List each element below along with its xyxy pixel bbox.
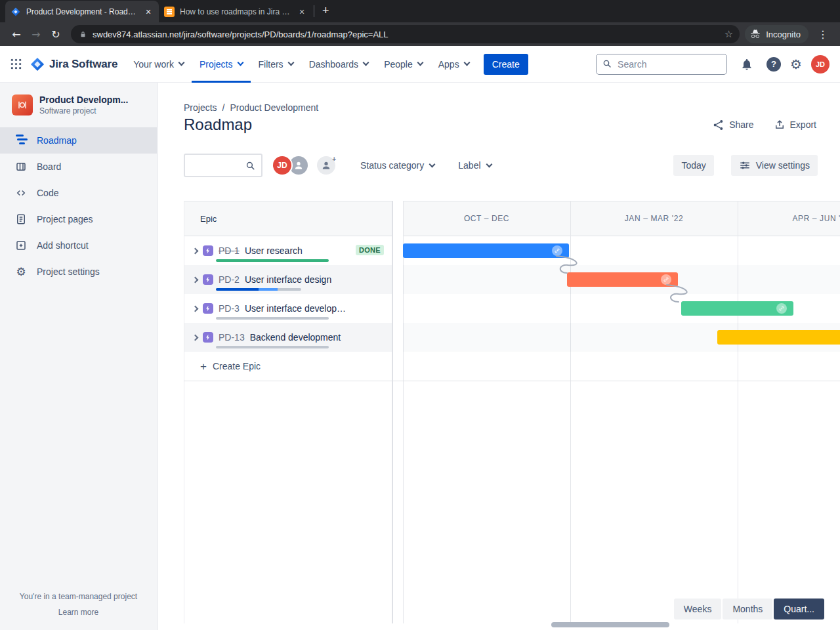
nav-item-dashboards[interactable]: Dashboards xyxy=(301,46,377,83)
create-button[interactable]: Create xyxy=(484,54,528,75)
browser-tab-2[interactable]: How to use roadmaps in Jira Software × xyxy=(159,1,312,22)
close-icon[interactable]: × xyxy=(297,7,307,17)
roadmap-icon xyxy=(14,134,28,147)
sidebar-item-code[interactable]: Code xyxy=(0,180,157,206)
incognito-badge: Incognito xyxy=(745,25,808,43)
forward-button[interactable]: → xyxy=(26,24,46,44)
plus-icon: + xyxy=(200,361,207,372)
app-switcher-icon[interactable] xyxy=(5,54,26,75)
nav-item-your-work[interactable]: Your work xyxy=(125,46,192,83)
epic-name[interactable]: Backend development xyxy=(250,332,374,343)
link-icon[interactable] xyxy=(776,303,787,314)
chevron-down-icon xyxy=(486,161,492,167)
horizontal-scrollbar[interactable] xyxy=(551,622,669,627)
nav-item-people[interactable]: People xyxy=(376,46,430,83)
sidebar-item-roadmap[interactable]: Roadmap xyxy=(0,127,157,154)
epic-bar-pd-3[interactable] xyxy=(681,301,793,316)
sidebar-item-project-settings[interactable]: ⚙ Project settings xyxy=(0,259,157,285)
nav-item-filters[interactable]: Filters xyxy=(251,46,301,83)
epic-key[interactable]: PD-1 xyxy=(219,245,240,256)
project-type: Software project xyxy=(39,106,128,116)
epic-bar-pd-13[interactable] xyxy=(717,330,840,345)
epic-type-icon xyxy=(203,245,213,256)
learn-more-link[interactable]: Learn more xyxy=(0,608,157,617)
label-dropdown[interactable]: Label xyxy=(458,160,491,171)
roadmap-gantt: Epic PD-1 User research DONE PD-2 User i… xyxy=(184,201,840,623)
sidebar-item-project-pages[interactable]: Project pages xyxy=(0,206,157,232)
expand-chevron-icon[interactable] xyxy=(192,276,199,283)
breadcrumb: Projects / Product Development xyxy=(184,102,318,113)
incognito-icon xyxy=(750,29,761,39)
roadmap-toolbar: JD + Status category Label Today View se… xyxy=(184,154,818,177)
add-people-avatar[interactable]: + xyxy=(316,155,337,176)
zoom-controls: Weeks Months Quart... xyxy=(674,598,824,620)
epic-key[interactable]: PD-2 xyxy=(219,274,240,285)
project-header: Product Developm... Software project xyxy=(0,83,157,125)
share-button[interactable]: Share xyxy=(712,119,753,131)
expand-chevron-icon[interactable] xyxy=(192,247,199,254)
link-icon[interactable] xyxy=(661,274,671,285)
today-button[interactable]: Today xyxy=(673,155,713,176)
export-button[interactable]: Export xyxy=(774,119,816,131)
epic-name[interactable]: User research xyxy=(245,245,335,256)
breadcrumb-projects[interactable]: Projects xyxy=(184,102,217,113)
epic-row-pd-1[interactable]: PD-1 User research DONE xyxy=(184,236,392,265)
team-managed-note: You're in a team-managed project xyxy=(0,592,157,601)
user-avatar[interactable]: JD xyxy=(811,55,830,74)
create-epic-button[interactable]: + Create Epic xyxy=(184,352,392,381)
reload-button[interactable]: ↻ xyxy=(46,24,66,44)
browser-tab-active[interactable]: Product Development - Roadmap × xyxy=(5,1,159,22)
epic-bar-pd-2[interactable] xyxy=(567,272,678,287)
doc-favicon-icon xyxy=(164,7,175,17)
new-tab-button[interactable]: + xyxy=(322,4,329,18)
epic-row-pd-2[interactable]: PD-2 User interface design xyxy=(184,265,392,294)
sidebar-item-add-shortcut[interactable]: Add shortcut xyxy=(0,232,157,259)
chevron-down-icon xyxy=(363,60,369,66)
bookmark-star-icon[interactable]: ☆ xyxy=(721,28,737,40)
sidebar-item-board[interactable]: Board xyxy=(0,154,157,180)
tab-title: Product Development - Roadmap xyxy=(26,7,138,16)
epic-name[interactable]: User interface design xyxy=(245,274,364,285)
browser-tab-strip: Product Development - Roadmap × How to u… xyxy=(0,0,840,22)
jira-top-nav: Jira Software Your work Projects Filters… xyxy=(0,46,840,83)
status-category-dropdown[interactable]: Status category xyxy=(360,160,434,171)
view-settings-icon xyxy=(739,159,751,171)
back-button[interactable]: ← xyxy=(7,24,26,44)
global-search-input[interactable] xyxy=(596,54,727,75)
nav-item-apps[interactable]: Apps xyxy=(430,46,477,83)
nav-item-projects[interactable]: Projects xyxy=(192,46,251,83)
epic-row-pd-13[interactable]: PD-13 Backend development xyxy=(184,323,392,352)
jira-logo[interactable]: Jira Software xyxy=(26,57,125,72)
zoom-weeks-button[interactable]: Weeks xyxy=(674,598,722,620)
help-icon[interactable]: ? xyxy=(766,57,781,72)
address-bar[interactable]: swdev874.atlassian.net/jira/software/pro… xyxy=(71,25,740,43)
epic-name[interactable]: User interface development xyxy=(245,303,384,314)
epic-panel: Epic PD-1 User research DONE PD-2 User i… xyxy=(184,201,393,623)
browser-menu-icon[interactable]: ⋮ xyxy=(812,28,833,41)
epic-progress-bar xyxy=(216,346,329,348)
add-shortcut-icon xyxy=(14,239,28,252)
epic-key[interactable]: PD-3 xyxy=(219,303,240,314)
epic-key[interactable]: PD-13 xyxy=(219,332,245,343)
zoom-months-button[interactable]: Months xyxy=(723,598,772,620)
epic-column-header: Epic xyxy=(184,201,392,236)
chevron-down-icon xyxy=(417,60,423,66)
breadcrumb-current[interactable]: Product Development xyxy=(230,102,318,113)
expand-chevron-icon[interactable] xyxy=(192,305,199,312)
zoom-quarters-button[interactable]: Quart... xyxy=(774,598,824,620)
notifications-bell-icon[interactable] xyxy=(736,54,757,75)
view-settings-button[interactable]: View settings xyxy=(731,155,818,176)
avatar-jd[interactable]: JD xyxy=(272,155,293,176)
timeline-row-pd-2 xyxy=(403,265,840,294)
link-icon[interactable] xyxy=(552,245,562,256)
expand-chevron-icon[interactable] xyxy=(192,334,199,341)
close-icon[interactable]: × xyxy=(143,7,154,17)
search-icon xyxy=(245,160,256,173)
quarter-header: JAN – MAR '22 xyxy=(570,201,738,236)
gear-icon[interactable]: ⚙ xyxy=(790,58,802,71)
epic-bar-pd-1[interactable] xyxy=(403,243,569,258)
chevron-down-icon xyxy=(463,60,470,66)
epic-row-pd-3[interactable]: PD-3 User interface development xyxy=(184,294,392,323)
incognito-label: Incognito xyxy=(766,30,801,39)
browser-toolbar: ← → ↻ swdev874.atlassian.net/jira/softwa… xyxy=(0,22,840,46)
